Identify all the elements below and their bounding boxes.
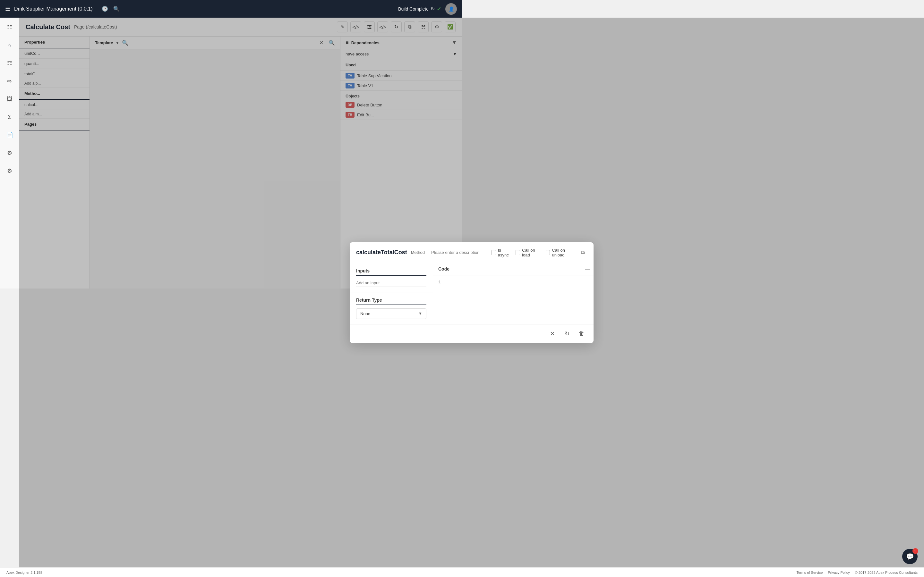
- modal-header: calculateTotalCost Method Is async Call …: [350, 242, 462, 263]
- build-complete: Build Complete ↻ ✓: [398, 5, 441, 13]
- modal-method-label: Method: [411, 250, 425, 255]
- code-header: Code: [433, 263, 455, 275]
- sidebar-icon-sigma[interactable]: Σ: [4, 111, 15, 123]
- sidebar-icon-monitor[interactable]: 🖼: [4, 93, 15, 105]
- refresh-build-icon[interactable]: ↻: [431, 6, 435, 12]
- line-numbers: 1: [438, 279, 441, 289]
- code-editor[interactable]: 1: [433, 276, 462, 289]
- build-check-icon: ✓: [437, 5, 441, 13]
- inputs-section: Inputs: [350, 263, 433, 289]
- modal-method-name: calculateTotalCost: [356, 249, 407, 256]
- modal-description-input[interactable]: [429, 249, 462, 256]
- modal-right: Code ― 1: [433, 263, 462, 289]
- code-content[interactable]: [446, 279, 462, 289]
- add-input-field[interactable]: [356, 279, 426, 287]
- nav-right: Build Complete ↻ ✓ 👤: [398, 3, 457, 15]
- code-toolbar: Code ―: [433, 263, 462, 276]
- sidebar-icon-settings[interactable]: ⚙: [4, 165, 15, 177]
- modal: calculateTotalCost Method Is async Call …: [350, 242, 462, 289]
- line-number-1: 1: [438, 279, 441, 286]
- sidebar-icon-share[interactable]: ⇨: [4, 75, 15, 87]
- sidebar-icon-dashboard[interactable]: ☶: [4, 57, 15, 69]
- search-icon[interactable]: 🔍: [113, 6, 120, 12]
- sidebar-icons: ☷ ⌂ ☶ ⇨ 🖼 Σ 📄 ⚙ ⚙: [0, 18, 19, 288]
- nav-icons: 🕑 🔍: [102, 6, 120, 12]
- avatar[interactable]: 👤: [445, 3, 457, 15]
- build-status-text: Build Complete: [398, 6, 429, 11]
- modal-overlay: calculateTotalCost Method Is async Call …: [19, 18, 462, 288]
- sidebar-icon-file[interactable]: 📄: [4, 129, 15, 141]
- top-nav: ☰ Dmk Supplier Management (0.0.1) 🕑 🔍 Bu…: [0, 0, 462, 18]
- app-title: Dmk Supplier Management (0.0.1): [14, 6, 93, 12]
- modal-body: Inputs Return Type None ▼ Code ―: [350, 263, 462, 289]
- history-icon[interactable]: 🕑: [102, 6, 108, 12]
- sidebar-icon-grid[interactable]: ☷: [4, 21, 15, 33]
- sidebar-icon-puzzle[interactable]: ⚙: [4, 147, 15, 159]
- sidebar-icon-home[interactable]: ⌂: [4, 39, 15, 51]
- nav-left: ☰ Dmk Supplier Management (0.0.1) 🕑 🔍: [5, 5, 398, 13]
- inputs-section-title: Inputs: [356, 268, 426, 276]
- hamburger-icon[interactable]: ☰: [5, 5, 10, 13]
- modal-left: Inputs Return Type None ▼: [350, 263, 433, 289]
